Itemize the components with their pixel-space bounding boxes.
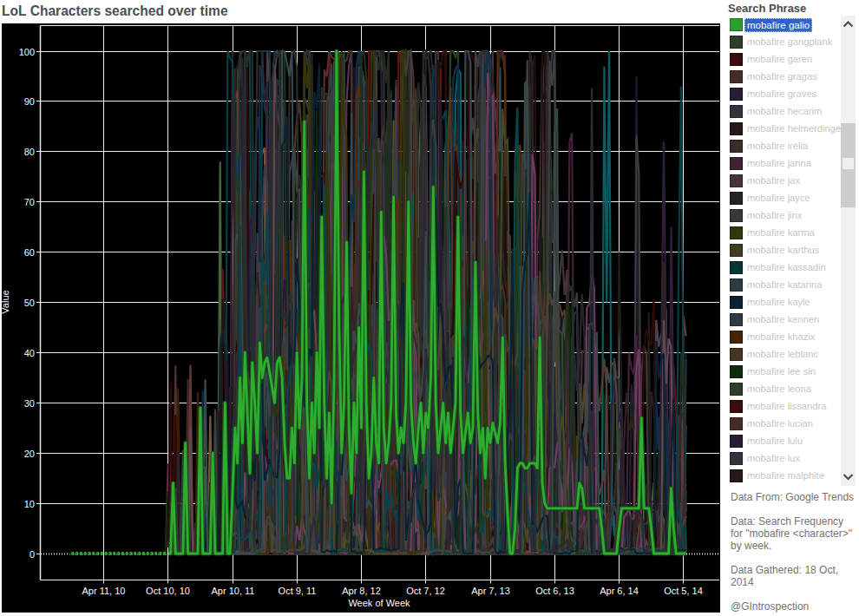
- svg-text:50: 50: [24, 298, 35, 308]
- svg-text:Week of Week: Week of Week: [348, 598, 410, 608]
- svg-text:Oct 6, 13: Oct 6, 13: [535, 586, 574, 596]
- svg-text:30: 30: [24, 398, 35, 409]
- svg-text:20: 20: [24, 449, 35, 459]
- svg-text:70: 70: [24, 197, 35, 207]
- svg-text:Apr 10, 11: Apr 10, 11: [212, 586, 255, 596]
- svg-text:90: 90: [24, 96, 35, 107]
- svg-text:Oct 10, 10: Oct 10, 10: [146, 586, 190, 596]
- svg-text:40: 40: [24, 348, 35, 358]
- svg-text:10: 10: [24, 499, 35, 509]
- svg-text:Oct 9, 11: Oct 9, 11: [279, 586, 317, 596]
- svg-text:Apr 7, 13: Apr 7, 13: [471, 586, 510, 596]
- svg-text:80: 80: [24, 147, 35, 157]
- svg-text:Apr 11, 10: Apr 11, 10: [82, 586, 126, 596]
- svg-text:Apr 6, 14: Apr 6, 14: [600, 586, 639, 596]
- svg-text:Value: Value: [2, 290, 10, 313]
- svg-text:60: 60: [24, 247, 35, 258]
- svg-text:100: 100: [19, 47, 35, 57]
- svg-text:0: 0: [30, 549, 35, 560]
- svg-text:Oct 7, 12: Oct 7, 12: [406, 586, 445, 596]
- svg-text:Apr 8, 12: Apr 8, 12: [342, 586, 381, 596]
- svg-text:Oct 5, 14: Oct 5, 14: [664, 586, 703, 596]
